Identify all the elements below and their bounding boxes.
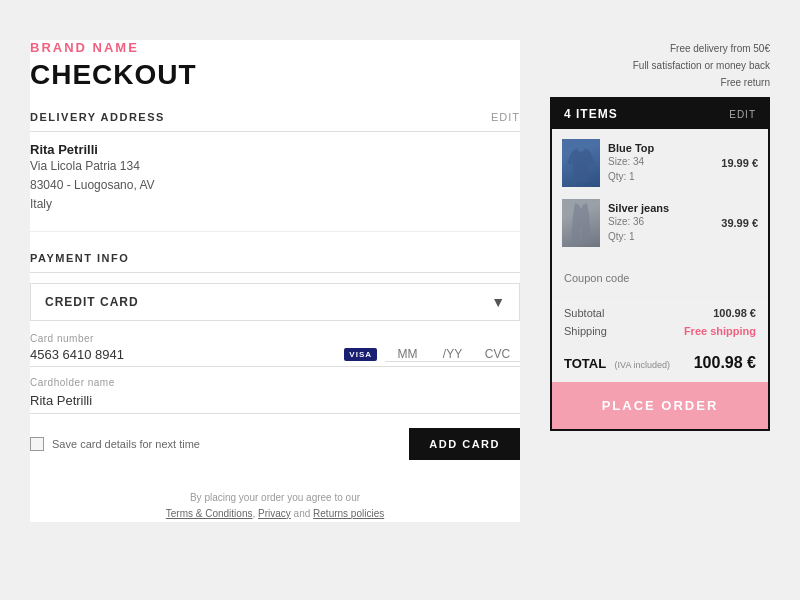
item-thumbnail: [562, 139, 600, 187]
promo-line1: Free delivery from 50€: [550, 40, 770, 57]
footer-agreement-text: By placing your order you agree to our: [190, 492, 360, 503]
coupon-row: [552, 258, 768, 297]
card-number-row: VISA: [30, 347, 520, 367]
subtotal-value: 100.98 €: [713, 307, 756, 319]
privacy-link[interactable]: Privacy: [258, 508, 291, 519]
grand-total-value: 100.98 €: [694, 354, 756, 372]
item-price: 39.99 €: [721, 217, 758, 229]
item-info: Blue Top Size: 34 Qty: 1: [608, 142, 713, 184]
shipping-label: Shipping: [564, 325, 607, 337]
cart-header: 4 ITEMS EDIT: [552, 99, 768, 129]
delivery-section: DELIVERY ADDRESS EDIT Rita Petrilli Via …: [30, 111, 520, 232]
main-container: BRAND NAME CHECKOUT DELIVERY ADDRESS EDI…: [30, 40, 770, 522]
expiry-mm-input[interactable]: [385, 347, 430, 362]
payment-header: PAYMENT INFO: [30, 252, 520, 273]
page-title: CHECKOUT: [30, 59, 520, 91]
item-size: Size: 36: [608, 214, 713, 229]
promo-line2: Full satisfaction or money back: [550, 57, 770, 74]
coupon-input[interactable]: [564, 272, 756, 284]
save-card-label: Save card details for next time: [52, 438, 200, 450]
expiry-yy-input[interactable]: [430, 347, 475, 362]
delivery-header: DELIVERY ADDRESS EDIT: [30, 111, 520, 132]
subtotal-label: Subtotal: [564, 307, 604, 319]
grand-total-sub: (IVA included): [615, 360, 670, 370]
address-line2: 83040 - Luogosano, AV: [30, 176, 520, 195]
card-number-label: Card number: [30, 333, 520, 344]
delivery-section-title: DELIVERY ADDRESS: [30, 111, 165, 123]
brand-name: BRAND NAME: [30, 40, 520, 55]
cart-edit-link[interactable]: EDIT: [729, 109, 756, 120]
returns-link[interactable]: Returns policies: [313, 508, 384, 519]
cvc-input[interactable]: [475, 347, 520, 362]
address-country: Italy: [30, 195, 520, 214]
page-wrapper: BRAND NAME CHECKOUT DELIVERY ADDRESS EDI…: [0, 0, 800, 600]
add-card-button[interactable]: ADD CARD: [409, 428, 520, 460]
totals-section: Subtotal 100.98 € Shipping Free shipping…: [552, 297, 768, 382]
item-name: Silver jeans: [608, 202, 713, 214]
save-card-checkbox[interactable]: [30, 437, 44, 451]
save-card-row: Save card details for next time ADD CARD: [30, 428, 520, 460]
cardholder-field: Cardholder name: [30, 377, 520, 414]
payment-method-dropdown[interactable]: CREDIT CARD ▼: [30, 283, 520, 321]
shipping-value: Free shipping: [684, 325, 756, 337]
grand-total-label: TOTAL: [564, 356, 606, 371]
visa-icon: VISA: [344, 348, 377, 361]
cardholder-input[interactable]: [30, 393, 520, 408]
item-size: Size: 34: [608, 154, 713, 169]
payment-section: PAYMENT INFO CREDIT CARD ▼ Card number V…: [30, 252, 520, 460]
delivery-edit-link[interactable]: EDIT: [491, 111, 520, 123]
cart-items-list: Blue Top Size: 34 Qty: 1 19.99 €: [552, 129, 768, 258]
address-line1: Via Licola Patria 134: [30, 157, 520, 176]
payment-section-title: PAYMENT INFO: [30, 252, 129, 264]
item-thumbnail: [562, 199, 600, 247]
subtotal-row: Subtotal 100.98 €: [564, 307, 756, 319]
terms-link[interactable]: Terms & Conditions: [166, 508, 253, 519]
item-qty: Qty: 1: [608, 169, 713, 184]
promo-text: Free delivery from 50€ Full satisfaction…: [550, 40, 770, 91]
cardholder-label: Cardholder name: [30, 377, 520, 388]
card-number-input[interactable]: [30, 347, 344, 362]
footer-and: and: [294, 508, 311, 519]
item-info: Silver jeans Size: 36 Qty: 1: [608, 202, 713, 244]
cart-items-count: 4 ITEMS: [564, 107, 618, 121]
payment-method-label: CREDIT CARD: [45, 295, 139, 309]
cart-item: Silver jeans Size: 36 Qty: 1 39.99 €: [562, 199, 758, 247]
promo-line3: Free return: [550, 74, 770, 91]
item-price: 19.99 €: [721, 157, 758, 169]
item-qty: Qty: 1: [608, 229, 713, 244]
grand-total-label-group: TOTAL (IVA included): [564, 354, 670, 372]
footer-text: By placing your order you agree to our T…: [30, 490, 520, 522]
item-name: Blue Top: [608, 142, 713, 154]
cart-item: Blue Top Size: 34 Qty: 1 19.99 €: [562, 139, 758, 187]
grand-total-row: TOTAL (IVA included) 100.98 €: [564, 345, 756, 372]
card-number-field: Card number VISA: [30, 333, 520, 367]
left-panel: BRAND NAME CHECKOUT DELIVERY ADDRESS EDI…: [30, 40, 520, 522]
address-name: Rita Petrilli: [30, 142, 520, 157]
cart-box: 4 ITEMS EDIT Blue Top Size: [550, 97, 770, 431]
chevron-down-icon: ▼: [491, 294, 505, 310]
save-card-checkbox-group: Save card details for next time: [30, 437, 200, 451]
right-panel: Free delivery from 50€ Full satisfaction…: [550, 40, 770, 431]
place-order-button[interactable]: PLACE ORDER: [552, 382, 768, 429]
shipping-row: Shipping Free shipping: [564, 325, 756, 337]
